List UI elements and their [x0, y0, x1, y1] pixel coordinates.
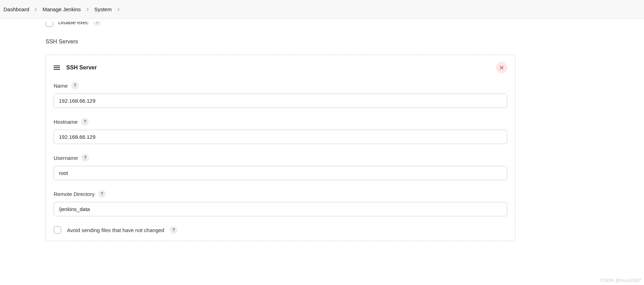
disable-exec-row: Disable exec ? [46, 22, 515, 29]
hostname-label: Hostname [54, 119, 77, 125]
breadcrumb: Dashboard Manage Jenkins System [0, 0, 644, 19]
breadcrumb-manage-jenkins[interactable]: Manage Jenkins [42, 6, 81, 12]
help-icon[interactable]: ? [81, 154, 89, 162]
drag-handle-icon[interactable] [54, 66, 60, 70]
hostname-input[interactable] [54, 130, 507, 144]
help-icon[interactable]: ? [71, 82, 79, 89]
disable-exec-label: Disable exec [58, 22, 88, 25]
remote-directory-label: Remote Directory [54, 191, 95, 197]
help-icon[interactable]: ? [93, 22, 101, 26]
help-icon[interactable]: ? [81, 118, 89, 125]
ssh-server-card: SSH Server Name ? Hostname ? [46, 55, 515, 241]
main-content: Disable exec ? SSH Servers SSH Server Na… [0, 22, 561, 241]
remove-server-button[interactable] [496, 62, 507, 73]
ssh-servers-title: SSH Servers [46, 39, 515, 45]
remote-directory-input[interactable] [54, 202, 507, 216]
hostname-field-group: Hostname ? [54, 118, 507, 144]
avoid-send-row: Avoid sending files that have not change… [54, 226, 507, 234]
username-input[interactable] [54, 166, 507, 180]
breadcrumb-system[interactable]: System [94, 6, 112, 12]
chevron-right-icon [34, 8, 38, 11]
card-header: SSH Server [54, 62, 507, 73]
avoid-send-label: Avoid sending files that have not change… [67, 227, 164, 233]
name-field-group: Name ? [54, 82, 507, 108]
help-icon[interactable]: ? [98, 190, 106, 198]
avoid-send-checkbox[interactable] [54, 226, 61, 234]
username-field-group: Username ? [54, 154, 507, 180]
card-title: SSH Server [66, 65, 97, 71]
chevron-right-icon [117, 8, 120, 11]
close-icon [499, 65, 504, 70]
breadcrumb-dashboard[interactable]: Dashboard [4, 6, 29, 12]
name-input[interactable] [54, 94, 507, 108]
remote-directory-field-group: Remote Directory ? [54, 190, 507, 216]
help-icon[interactable]: ? [170, 226, 177, 234]
username-label: Username [54, 155, 78, 161]
chevron-right-icon [86, 8, 89, 11]
disable-exec-checkbox[interactable] [46, 22, 53, 27]
name-label: Name [54, 83, 68, 89]
